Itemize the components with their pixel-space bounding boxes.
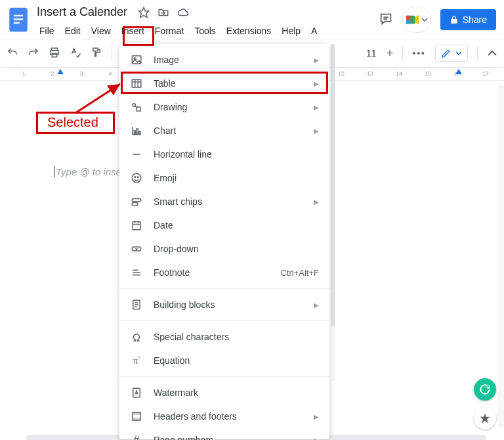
menu-overflow[interactable]: A	[306, 23, 322, 39]
star-icon[interactable]	[138, 7, 150, 18]
more-toolbar-icon[interactable]: •••	[412, 48, 426, 58]
specialchars-icon	[130, 330, 143, 343]
insert-drawing-label: Drawing	[154, 102, 187, 112]
svg-rect-52	[133, 222, 140, 230]
app-header: Insert a Calender File Edit View Insert …	[0, 0, 504, 39]
insert-buildingblocks-label: Building blocks	[154, 299, 215, 310]
explore-fab[interactable]	[474, 407, 496, 429]
insert-hline-label: Horizontal line	[154, 149, 212, 160]
insert-pagenumbers-item[interactable]: # Page numbers ▶	[119, 428, 329, 440]
editing-mode-button[interactable]	[435, 45, 468, 62]
share-button[interactable]: Share	[440, 9, 496, 30]
svg-rect-32	[132, 56, 141, 64]
placeholder-text: Type @ to inse	[54, 166, 121, 177]
insert-buildingblocks-item[interactable]: Building blocks ▶	[119, 293, 329, 317]
insert-hline-item[interactable]: Horizontal line	[119, 143, 329, 166]
image-icon	[130, 53, 143, 66]
font-size-value[interactable]: 11	[366, 48, 377, 58]
insert-specialchars-label: Special characters	[154, 332, 229, 342]
insert-headersfooters-label: Headers and footers	[154, 411, 237, 422]
svg-rect-1	[14, 15, 24, 16]
emoji-icon	[130, 171, 143, 185]
docs-icon[interactable]	[7, 4, 30, 35]
menu-file[interactable]: File	[34, 23, 60, 39]
svg-rect-66	[133, 412, 140, 414]
submenu-arrow-icon: ▶	[314, 198, 319, 206]
svg-rect-67	[133, 418, 140, 420]
insert-image-item[interactable]: Image ▶	[119, 48, 329, 72]
insert-drawing-item[interactable]: Drawing ▶	[119, 95, 329, 119]
date-icon	[130, 219, 143, 232]
print-icon[interactable]	[49, 47, 60, 60]
menu-divider	[119, 288, 329, 289]
equation-icon: π²	[130, 354, 143, 367]
insert-footnote-label: Footnote	[154, 267, 190, 278]
ruler-indent-end-icon[interactable]	[455, 69, 462, 74]
svg-rect-3	[14, 22, 20, 24]
undo-icon[interactable]	[7, 47, 18, 60]
insert-specialchars-item[interactable]: Special characters	[119, 325, 329, 349]
insert-menu-scrollbar[interactable]	[331, 44, 335, 381]
menu-help[interactable]: Help	[276, 23, 306, 39]
menu-extensions[interactable]: Extensions	[221, 23, 276, 39]
svg-point-47	[132, 173, 141, 183]
ruler-indent-start-icon[interactable]	[57, 69, 64, 74]
insert-equation-label: Equation	[154, 355, 190, 366]
insert-chart-item[interactable]: Chart ▶	[119, 119, 329, 143]
insert-menu: Image ▶ Table ▶ Drawing ▶ Chart ▶ Horizo…	[119, 44, 329, 439]
cloud-status-icon[interactable]	[177, 7, 189, 18]
insert-table-label: Table	[154, 78, 175, 89]
insert-footnote-item[interactable]: Footnote Ctrl+Alt+F	[119, 261, 329, 284]
dropdown-icon	[130, 242, 143, 255]
insert-table-item[interactable]: Table ▶	[119, 72, 329, 95]
table-icon	[130, 77, 143, 90]
buildingblocks-icon	[130, 298, 143, 311]
menu-edit[interactable]: Edit	[60, 23, 86, 39]
document-title[interactable]: Insert a Calender	[34, 4, 130, 20]
svg-rect-2	[14, 18, 24, 20]
hline-icon	[130, 148, 143, 161]
insert-emoji-item[interactable]: Emoji	[119, 166, 329, 190]
submenu-arrow-icon: ▶	[314, 80, 319, 87]
watermark-icon	[130, 386, 143, 399]
scrollbar-thumb[interactable]	[331, 44, 335, 326]
svg-text:13: 13	[367, 71, 373, 77]
insert-chart-label: Chart	[154, 125, 176, 136]
insert-smartchips-label: Smart chips	[154, 196, 202, 207]
insert-image-label: Image	[154, 55, 179, 65]
svg-point-48	[135, 177, 136, 178]
insert-date-item[interactable]: Date	[119, 213, 329, 237]
svg-text:14: 14	[396, 71, 402, 77]
menu-tools[interactable]: Tools	[189, 23, 221, 39]
comments-icon[interactable]	[379, 12, 393, 28]
svg-text:15: 15	[425, 71, 431, 77]
insert-equation-item[interactable]: π² Equation	[119, 349, 329, 372]
spellcheck-icon[interactable]	[70, 47, 81, 60]
hide-menus-icon[interactable]	[487, 48, 497, 58]
svg-rect-44	[136, 129, 138, 134]
meet-badge[interactable]	[402, 7, 431, 33]
insert-headersfooters-item[interactable]: Headers and footers ▶	[119, 405, 329, 428]
insert-dropdown-label: Drop-down	[154, 244, 198, 254]
submenu-arrow-icon: ▶	[314, 127, 319, 135]
insert-watermark-item[interactable]: Watermark	[119, 381, 329, 405]
paint-format-icon[interactable]	[91, 47, 102, 60]
svg-rect-45	[139, 132, 140, 135]
svg-text:4: 4	[108, 71, 112, 77]
insert-emoji-label: Emoji	[154, 173, 177, 183]
svg-text:12: 12	[338, 71, 345, 77]
menu-format[interactable]: Format	[150, 23, 189, 39]
move-icon[interactable]	[158, 7, 169, 18]
menu-insert[interactable]: Insert	[116, 23, 150, 39]
svg-text:1: 1	[22, 71, 25, 77]
svg-rect-9	[406, 16, 410, 20]
insert-smartchips-item[interactable]: Smart chips ▶	[119, 190, 329, 213]
insert-dropdown-item[interactable]: Drop-down	[119, 237, 329, 261]
svg-marker-4	[139, 7, 149, 17]
right-gutter	[497, 85, 504, 427]
menu-view[interactable]: View	[86, 23, 116, 39]
submenu-arrow-icon: ▶	[314, 437, 319, 441]
grammarly-fab[interactable]	[474, 378, 496, 401]
redo-icon[interactable]	[28, 47, 39, 60]
font-size-plus-icon[interactable]: +	[387, 47, 394, 60]
